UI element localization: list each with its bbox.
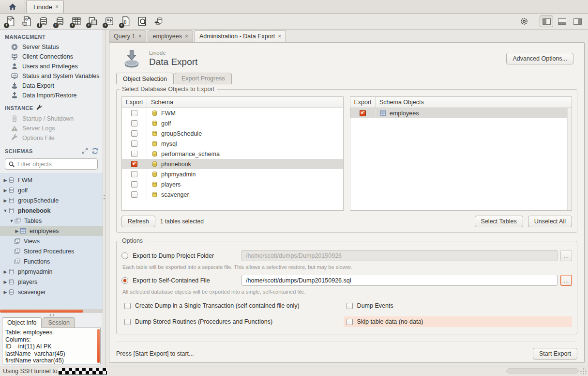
sidebar-splitter-handle[interactable] — [0, 313, 103, 317]
column-header-export[interactable]: Export — [350, 97, 376, 108]
schema-row-performance-schema[interactable]: performance_schema — [122, 149, 343, 159]
sidebar-item-startup-shutdown[interactable]: Startup / Shutdown — [0, 114, 103, 124]
tab-export-progress[interactable]: Export Progress — [175, 73, 232, 84]
radio-icon[interactable] — [121, 252, 128, 259]
schema-row-fwm[interactable]: FWM — [122, 108, 343, 118]
schema-filter-input[interactable]: Filter objects — [5, 158, 98, 170]
refresh-button[interactable]: Refresh — [121, 216, 155, 227]
statusbar-scrollbar-thumb[interactable] — [506, 368, 579, 374]
sidebar-item-status-system-variables[interactable]: Status and System Variables — [0, 71, 103, 81]
column-header-schema-objects[interactable]: Schema Objects — [376, 97, 572, 108]
export-checkbox[interactable] — [131, 161, 137, 167]
browse-dump-folder-button[interactable]: ... — [560, 250, 572, 261]
tab-administration-data-export[interactable]: Administration - Data Export× — [195, 30, 286, 42]
object-row-employees[interactable]: employees — [350, 108, 572, 118]
tab-object-selection[interactable]: Object Selection — [116, 73, 174, 84]
tab-object-info[interactable]: Object Info — [2, 317, 42, 328]
export-self-contained-radio[interactable]: Export to Self-Contained File — [121, 277, 241, 284]
close-icon[interactable]: × — [185, 33, 188, 40]
export-dump-folder-radio[interactable]: Export to Dump Project Folder — [121, 252, 241, 259]
radio-icon[interactable] — [121, 277, 128, 284]
checkbox-icon[interactable] — [347, 319, 353, 325]
select-tables-button[interactable]: Select Tables — [475, 216, 523, 227]
connection-tab-linode[interactable]: Linode × — [26, 0, 64, 13]
expand-schemas-icon[interactable] — [81, 147, 89, 155]
close-icon[interactable]: × — [278, 33, 281, 40]
tree-item-golf[interactable]: ▶golf — [0, 185, 103, 195]
column-header-export[interactable]: Export — [122, 97, 147, 108]
checkbox-icon[interactable] — [124, 303, 131, 309]
search-data-icon[interactable] — [136, 15, 149, 28]
schema-row-groupschedule[interactable]: groupSchedule — [122, 128, 343, 139]
sidebar-item-data-export[interactable]: Data Export — [0, 81, 103, 91]
schema-row-golf[interactable]: golf — [122, 118, 343, 128]
dump-stored-routines-checkbox[interactable]: Dump Stored Routines (Procedures and Fun… — [121, 316, 344, 327]
export-checkbox[interactable] — [131, 120, 137, 126]
sidebar-item-server-status[interactable]: Server Status — [0, 42, 103, 52]
toggle-bottom-panel-icon[interactable] — [555, 16, 569, 27]
dump-events-checkbox[interactable]: Dump Events — [344, 300, 572, 311]
advanced-options-button[interactable]: Advanced Options... — [506, 53, 573, 64]
create-function-icon[interactable]: + — [119, 15, 132, 28]
checkbox-icon[interactable] — [124, 319, 131, 325]
schema-row-phpmyadmin[interactable]: phpmyadmin — [122, 169, 343, 179]
export-checkbox[interactable] — [131, 130, 137, 137]
checkbox-icon[interactable] — [347, 303, 353, 309]
window-resize-grip[interactable] — [580, 368, 588, 376]
objects-scrollbar-track[interactable] — [567, 108, 572, 210]
create-view-icon[interactable]: + — [86, 15, 99, 28]
refresh-schemas-icon[interactable] — [91, 147, 99, 155]
tree-item-employees[interactable]: ▶employees — [0, 226, 103, 236]
skip-table-data-checkbox[interactable]: Skip table data (no-data) — [344, 316, 572, 327]
info-vertical-scrollbar[interactable] — [97, 329, 100, 363]
home-tab[interactable] — [0, 0, 25, 13]
sidebar-item-data-import[interactable]: Data Import/Restore — [0, 91, 103, 100]
open-sql-script-icon[interactable]: SQL — [20, 15, 33, 28]
tree-item-tables[interactable]: ▼Tables — [0, 216, 103, 226]
tree-horizontal-scrollbar[interactable] — [0, 309, 103, 313]
unselect-all-button[interactable]: Unselect All — [528, 216, 572, 227]
tree-item-groupschedule[interactable]: ▶groupSchedule — [0, 195, 103, 205]
create-procedure-icon[interactable]: + — [103, 15, 116, 28]
column-header-schema[interactable]: Schema — [147, 97, 343, 108]
gear-icon[interactable] — [520, 17, 528, 26]
tab-session[interactable]: Session — [43, 317, 75, 328]
single-transaction-checkbox[interactable]: Create Dump in a Single Transaction (sel… — [121, 300, 344, 311]
tab-query-1[interactable]: Query 1× — [109, 31, 146, 42]
schema-inspector-icon[interactable]: i — [37, 15, 50, 28]
dump-folder-path-field[interactable]: /home/scott/dumps/Dump20150926 — [241, 250, 558, 261]
toggle-left-sidebar-icon[interactable] — [540, 16, 553, 27]
tree-item-players[interactable]: ▶players — [0, 277, 103, 287]
sidebar-item-options-file[interactable]: Options File — [0, 133, 103, 143]
export-checkbox[interactable] — [360, 110, 366, 116]
tree-item-phpmyadmin[interactable]: ▶phpmyadmin — [0, 266, 103, 277]
tree-item-functions[interactable]: Functions — [0, 256, 103, 266]
tree-item-fwm[interactable]: ▶FWM — [0, 175, 103, 185]
scrollbar-thumb[interactable] — [0, 310, 83, 313]
main-splitter-handle[interactable] — [103, 30, 106, 366]
export-checkbox[interactable] — [131, 171, 137, 177]
create-schema-icon[interactable]: + — [53, 15, 66, 28]
tree-item-phonebook[interactable]: ▼phonebook — [0, 205, 103, 216]
new-sql-tab-icon[interactable]: SQL+ — [4, 15, 17, 28]
self-contained-path-field[interactable]: /home/scott/dumps/Dump20150926.sql — [241, 275, 558, 286]
export-checkbox[interactable] — [131, 191, 137, 198]
tab-employees[interactable]: employees× — [148, 31, 193, 42]
create-table-icon[interactable]: + — [70, 15, 83, 28]
schema-row-scavenger[interactable]: scavenger — [122, 189, 343, 200]
schema-row-phonebook[interactable]: phonebook — [122, 159, 343, 169]
reconnect-database-icon[interactable] — [152, 15, 165, 28]
tree-item-stored-procedures[interactable]: Stored Procedures — [0, 246, 103, 256]
tree-item-views[interactable]: Views — [0, 236, 103, 246]
sidebar-item-users-privileges[interactable]: Users and Privileges — [0, 62, 103, 71]
close-icon[interactable]: × — [55, 3, 59, 10]
start-export-button[interactable]: Start Export — [533, 348, 577, 360]
export-checkbox[interactable] — [131, 141, 137, 147]
sidebar-item-client-connections[interactable]: Client Connections — [0, 52, 103, 62]
tree-item-scavenger[interactable]: ▶scavenger — [0, 287, 103, 297]
browse-self-contained-button[interactable]: ... — [560, 275, 572, 286]
schema-row-players[interactable]: players — [122, 179, 343, 189]
export-checkbox[interactable] — [131, 110, 137, 116]
close-icon[interactable]: × — [138, 33, 141, 40]
export-checkbox[interactable] — [131, 151, 137, 157]
